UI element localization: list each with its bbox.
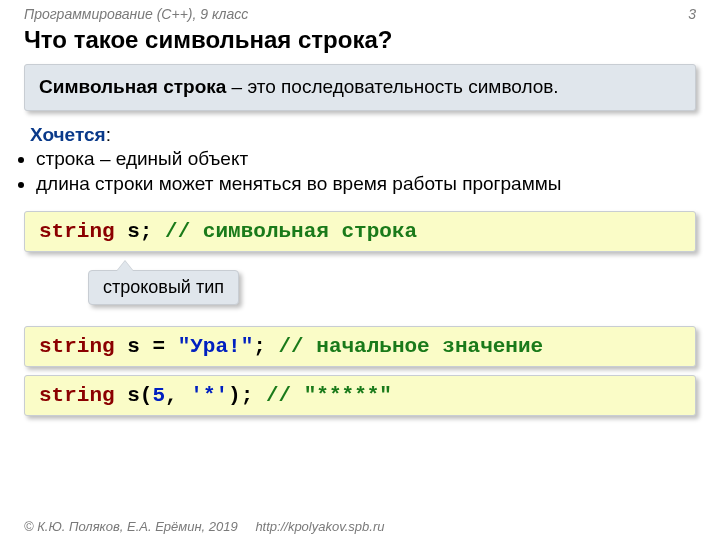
definition-term: Символьная строка — [39, 76, 226, 97]
code-punct: ; — [253, 335, 278, 358]
code-identifier: s — [115, 384, 140, 407]
wants-label: Хочется — [30, 124, 106, 145]
wants-list: строка – единый объект длина строки може… — [30, 147, 696, 196]
slide-footer: © К.Ю. Поляков, Е.А. Ерёмин, 2019 http:/… — [24, 519, 384, 534]
code-block-declare: string s; // символьная строка — [24, 211, 696, 252]
code-keyword: string — [39, 220, 115, 243]
definition-text: – это последовательность символов. — [226, 76, 558, 97]
code-number: 5 — [152, 384, 165, 407]
course-label: Программирование (C++), 9 класс — [24, 6, 248, 22]
wants-colon: : — [106, 124, 111, 145]
page-title: Что такое символьная строка? — [0, 24, 720, 64]
code-punct: ) — [228, 384, 241, 407]
code-block-constructor: string s(5, '*'); // "*****" — [24, 375, 696, 416]
wants-section: Хочется: строка – единый объект длина ст… — [0, 119, 720, 197]
page-number: 3 — [688, 6, 696, 22]
copyright: © К.Ю. Поляков, Е.А. Ерёмин, 2019 — [24, 519, 238, 534]
code-char: '*' — [190, 384, 228, 407]
code-identifier: s — [115, 335, 153, 358]
code-comment: // начальное значение — [279, 335, 544, 358]
code-punct: ; — [241, 384, 266, 407]
callout-wrap: строковый тип — [0, 262, 720, 318]
code-keyword: string — [39, 335, 115, 358]
slide-header: Программирование (C++), 9 класс 3 — [0, 0, 720, 24]
code-punct: ( — [140, 384, 153, 407]
callout-bubble: строковый тип — [88, 270, 239, 305]
code-block-init: string s = "Ура!"; // начальное значение — [24, 326, 696, 367]
footer-url: http://kpolyakov.spb.ru — [255, 519, 384, 534]
code-punct: = — [152, 335, 177, 358]
code-string: "Ура!" — [178, 335, 254, 358]
code-comment: // "*****" — [266, 384, 392, 407]
code-keyword: string — [39, 384, 115, 407]
definition-box: Символьная строка – это последовательнос… — [24, 64, 696, 111]
code-comment: // символьная строка — [165, 220, 417, 243]
code-punct: ; — [140, 220, 165, 243]
list-item: строка – единый объект — [36, 147, 696, 172]
list-item: длина строки может меняться во время раб… — [36, 172, 696, 197]
code-identifier: s — [115, 220, 140, 243]
code-punct: , — [165, 384, 190, 407]
